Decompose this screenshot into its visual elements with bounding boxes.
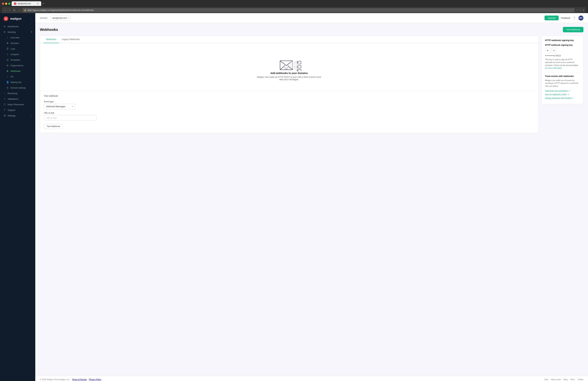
sidebar-label-webhooks: Webhooks: [10, 70, 21, 72]
settings-icon: ⚙: [3, 114, 6, 117]
menu-icon[interactable]: ≡: [583, 9, 584, 11]
sidebar-label-domains: Domains: [10, 42, 19, 44]
sidebar-item-sending[interactable]: ✈ Sending ▾: [0, 29, 35, 35]
sidebar-item-dashboard[interactable]: ⊙ Dashboard: [0, 24, 35, 29]
footer-team-link[interactable]: Team: [570, 378, 575, 381]
sidebar-label-templates: Templates: [10, 59, 20, 61]
footer-twitter-link[interactable]: Twitter: [578, 378, 583, 381]
sidebar: m mailgun ‹ ⊙ Dashboard ✈ Sending ▾ ○ Ov…: [0, 13, 35, 381]
sidebar-item-ips[interactable]: ○ IPs: [0, 74, 35, 79]
back-button[interactable]: ‹: [4, 8, 7, 12]
sidebar-item-templates[interactable]: ⊡ Templates: [0, 57, 35, 63]
refresh-button[interactable]: ↻: [12, 8, 16, 12]
event-type-select[interactable]: Delivered Messages Clicked Opened Bounce…: [44, 104, 75, 109]
sidebar-item-logs[interactable]: ☰ Logs: [0, 46, 35, 51]
add-webhook-button[interactable]: Add Webhook: [563, 27, 583, 32]
test-webhook-section: Test webhook Event type Delivered Messag…: [40, 90, 538, 133]
sidebar-item-domains[interactable]: ⊕ Domains: [0, 40, 35, 46]
ssl-icon: 🔒: [24, 9, 26, 11]
maximize-button[interactable]: [8, 3, 10, 5]
sidebar-label-validations: Validations: [8, 98, 18, 100]
sidebar-item-support[interactable]: ? Support: [0, 107, 35, 113]
sending-icon: ✈: [3, 31, 6, 33]
main-panel: Webhooks Legacy Webhooks: [40, 36, 538, 133]
page-title: Webhooks: [40, 28, 58, 32]
sidebar-label-suppressions: Suppressions: [10, 64, 23, 67]
footer-blog-link[interactable]: Blog: [564, 378, 567, 381]
tab-title: sendportal.com: [18, 2, 31, 5]
sidebar-item-settings[interactable]: ⚙ Settings ›: [0, 113, 35, 118]
sidebar-label-inbox-placement: Inbox Placement: [8, 103, 24, 106]
browser-toolbar: ‹ › ↻ ⌂ 🔒 https://app.eu.mailgun.com/app…: [2, 7, 586, 13]
sidebar-item-overview[interactable]: ○ Overview: [0, 35, 35, 40]
tabs-container: Webhooks Legacy Webhooks: [40, 36, 538, 43]
show-key-button[interactable]: 👁: [545, 48, 550, 53]
home-button[interactable]: ⌂: [18, 8, 21, 12]
svg-point-14: [297, 70, 298, 71]
sidebar-label-settings: Settings: [8, 114, 16, 117]
forward-button[interactable]: ›: [8, 8, 11, 12]
extensions-icon[interactable]: ⋯: [576, 9, 578, 11]
support-icon: ?: [3, 109, 6, 111]
tab-close-button[interactable]: ✕: [37, 2, 39, 5]
feedback-link[interactable]: Feedback: [561, 17, 570, 19]
sidebar-item-domain-settings[interactable]: ⊙ Domain settings: [0, 85, 35, 90]
sidebar-item-suppressions[interactable]: ⊘ Suppressions: [0, 63, 35, 68]
url-to-test-input[interactable]: [44, 115, 96, 120]
footer: © 2020 Mailgun Technologies, Inc. Terms …: [35, 376, 588, 381]
sidebar-item-receiving[interactable]: ↓ Receiving: [0, 90, 35, 96]
header-right: Upgrade Feedback ? WS: [545, 16, 583, 20]
tab-webhooks[interactable]: Webhooks: [43, 36, 59, 43]
validations-icon: ✓: [3, 98, 6, 100]
signing-key-doc-link[interactable]: for more information.: [545, 67, 562, 69]
test-webhook-button[interactable]: Test Webhook: [44, 124, 63, 129]
test-webhook-title: Test webhook: [44, 95, 534, 97]
receiving-icon: ↓: [3, 92, 6, 95]
sidebar-item-mailing-lists[interactable]: 👤 Mailing lists: [0, 79, 35, 85]
footer-terms-link[interactable]: Terms of Service: [72, 378, 87, 381]
sidebar-item-validations[interactable]: ✓ Validations: [0, 96, 35, 102]
tab-legacy-webhooks[interactable]: Legacy Webhooks: [59, 36, 83, 43]
logo-text: mailgun: [10, 17, 21, 20]
url-text: https://app.eu.mailgun.com/app/sending/d…: [27, 9, 94, 11]
webhooks-doc-link[interactable]: Webhooks Documentation ↗: [545, 90, 580, 92]
sidebar-item-analytics[interactable]: ⌇ Analytics: [0, 51, 35, 57]
tab-favicon: m: [14, 2, 16, 5]
sidebar-label-sending: Sending: [8, 31, 16, 33]
new-tab-button[interactable]: +: [42, 2, 44, 5]
track-events-title: Track events with webhooks: [545, 75, 580, 77]
how-webhooks-link[interactable]: How do webhooks work? ↗: [545, 93, 580, 96]
domain-selector[interactable]: sendportal.com ▾: [50, 16, 71, 20]
domains-icon: ⊕: [6, 42, 9, 44]
sidebar-item-inbox-placement[interactable]: ☐ Inbox Placement: [0, 102, 35, 107]
footer-privacy-link[interactable]: Privacy Policy: [89, 378, 101, 381]
upgrade-button[interactable]: Upgrade: [545, 16, 559, 20]
sending-submenu: ○ Overview ⊕ Domains ☰ Logs ⌇ Analytics …: [0, 35, 35, 90]
sidebar-item-webhooks[interactable]: ⊕ Webhooks: [0, 68, 35, 74]
browser-titlebar: m sendportal.com ✕ +: [2, 1, 586, 6]
track-events-description: Mailgun can notify you of events by send…: [545, 79, 580, 88]
sidebar-label-logs: Logs: [10, 48, 15, 50]
close-button[interactable]: [2, 3, 4, 5]
key-actions: 👁 ↻: [545, 48, 580, 53]
footer-left: © 2020 Mailgun Technologies, Inc. Terms …: [40, 378, 101, 381]
user-avatar[interactable]: WS: [578, 16, 583, 20]
url-to-test-label: URL to test: [44, 112, 534, 114]
content-layout: Webhooks Legacy Webhooks: [40, 36, 583, 133]
page-content: Webhooks Add Webhook Webhooks Legacy Web…: [35, 23, 588, 376]
footer-jobs-link[interactable]: Jobs: [544, 378, 548, 381]
minimize-button[interactable]: [5, 3, 7, 5]
help-button[interactable]: ?: [573, 16, 576, 20]
inbox-icon: ☐: [3, 103, 6, 106]
bookmark-icon[interactable]: ☆: [579, 9, 581, 11]
browser-tab[interactable]: m sendportal.com ✕: [12, 1, 41, 6]
sidebar-label-dashboard: Dashboard: [8, 25, 18, 28]
sidebar-label-support: Support: [8, 109, 15, 111]
empty-state-heading: Add webhooks to your domains: [47, 72, 532, 74]
address-bar[interactable]: 🔒 https://app.eu.mailgun.com/app/sending…: [22, 8, 574, 12]
postbin-link[interactable]: Debug webhooks with Postbin ↗: [545, 97, 580, 99]
footer-helpcenter-link[interactable]: Help center: [551, 378, 561, 381]
refresh-key-button[interactable]: ↻: [551, 48, 556, 53]
sidebar-collapse-button[interactable]: ‹: [31, 17, 32, 20]
webhooks-icon: ⊕: [6, 70, 9, 72]
